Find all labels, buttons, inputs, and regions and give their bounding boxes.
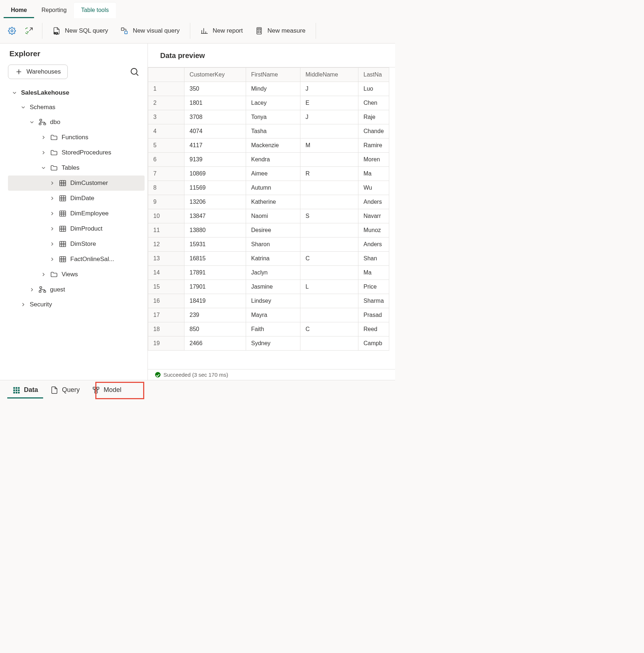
cell[interactable]: Chande (358, 124, 389, 139)
table-row[interactable]: 1618419LindseySharma (148, 294, 389, 308)
cell[interactable]: Raje (358, 110, 389, 124)
ribbon-tab-table-tools[interactable]: Table tools (74, 3, 116, 18)
tree-node-table[interactable]: FactOnlineSal... (8, 252, 145, 267)
cell[interactable]: 15931 (184, 237, 246, 252)
cell[interactable]: Mindy (246, 82, 300, 96)
cell[interactable]: Katrina (246, 252, 300, 266)
cell[interactable] (300, 294, 358, 308)
tree-node-saleslakehouse[interactable]: SalesLakehouse (8, 86, 145, 100)
table-row[interactable]: 913206KatherineAnders (148, 195, 389, 209)
cell[interactable]: Mackenzie (246, 139, 300, 153)
table-row[interactable]: 44074TashaChande (148, 124, 389, 139)
cell[interactable]: J (300, 82, 358, 96)
cell[interactable]: M (300, 139, 358, 153)
cell[interactable]: Lacey (246, 96, 300, 110)
cell[interactable]: C (300, 322, 358, 336)
cell[interactable]: Desiree (246, 223, 300, 237)
cell[interactable]: Campb (358, 336, 389, 351)
table-row[interactable]: 1517901JasmineLPrice (148, 280, 389, 294)
cell[interactable]: Anders (358, 195, 389, 209)
cell[interactable]: 2466 (184, 336, 246, 351)
cell[interactable]: 350 (184, 82, 246, 96)
cell[interactable]: 13880 (184, 223, 246, 237)
table-row[interactable]: 21801LaceyEChen (148, 96, 389, 110)
table-row[interactable]: 17239MayraPrasad (148, 308, 389, 322)
cell[interactable]: Navarr (358, 209, 389, 223)
cell[interactable]: L (300, 280, 358, 294)
cell[interactable]: Jasmine (246, 280, 300, 294)
cell[interactable]: Prasad (358, 308, 389, 322)
cell[interactable] (300, 237, 358, 252)
cell[interactable]: Sharon (246, 237, 300, 252)
view-tab-query[interactable]: Query (45, 383, 85, 398)
cell[interactable]: Tonya (246, 110, 300, 124)
cell[interactable]: Munoz (358, 223, 389, 237)
cell[interactable]: Aimee (246, 167, 300, 181)
cell[interactable]: Wu (358, 181, 389, 195)
table-row[interactable]: 1013847NaomiSNavarr (148, 209, 389, 223)
tree-node-stored-procedures[interactable]: StoredProcedures (8, 145, 145, 160)
cell[interactable]: 16815 (184, 252, 246, 266)
cell[interactable]: 13847 (184, 209, 246, 223)
tree-node-table[interactable]: DimEmployee (8, 206, 145, 221)
table-row[interactable]: 1316815KatrinaCShan (148, 252, 389, 266)
new-visual-query-button[interactable]: New visual query (115, 24, 184, 38)
tree-node-schemas[interactable]: Schemas (8, 100, 145, 115)
cell[interactable]: 17901 (184, 280, 246, 294)
tree-node-table[interactable]: DimCustomer (8, 175, 145, 191)
new-measure-button[interactable]: New measure (250, 24, 311, 38)
cell[interactable]: Ma (358, 266, 389, 280)
tree-node-table[interactable]: DimDate (8, 191, 145, 206)
cell[interactable]: 9139 (184, 153, 246, 167)
cell[interactable]: Lindsey (246, 294, 300, 308)
tree-node-table[interactable]: DimStore (8, 236, 145, 252)
table-row[interactable]: 33708TonyaJRaje (148, 110, 389, 124)
data-grid-wrapper[interactable]: CustomerKeyFirstNameMiddleNameLastNa 135… (148, 67, 395, 369)
tree-node-guest[interactable]: guest (8, 282, 145, 297)
cell[interactable]: Ma (358, 167, 389, 181)
cell[interactable]: R (300, 167, 358, 181)
cell[interactable] (300, 336, 358, 351)
table-row[interactable]: 69139KendraMoren (148, 153, 389, 167)
cell[interactable]: J (300, 110, 358, 124)
cell[interactable]: 3708 (184, 110, 246, 124)
cell[interactable]: Shan (358, 252, 389, 266)
table-row[interactable]: 54117MackenzieMRamire (148, 139, 389, 153)
cell[interactable]: Anders (358, 237, 389, 252)
cell[interactable]: 11569 (184, 181, 246, 195)
ribbon-tab-home[interactable]: Home (4, 3, 34, 18)
cell[interactable]: Moren (358, 153, 389, 167)
cell[interactable]: Faith (246, 322, 300, 336)
cell[interactable]: C (300, 252, 358, 266)
table-row[interactable]: 192466SydneyCampb (148, 336, 389, 351)
cell[interactable]: Jaclyn (246, 266, 300, 280)
cell[interactable] (300, 223, 358, 237)
table-row[interactable]: 1350MindyJLuo (148, 82, 389, 96)
cell[interactable] (300, 308, 358, 322)
tree-node-tables[interactable]: Tables (8, 160, 145, 175)
cell[interactable]: 4074 (184, 124, 246, 139)
view-tab-model[interactable]: Model (87, 383, 126, 398)
cell[interactable]: 239 (184, 308, 246, 322)
cell[interactable]: Luo (358, 82, 389, 96)
cell[interactable]: Mayra (246, 308, 300, 322)
cell[interactable]: Kendra (246, 153, 300, 167)
cell[interactable] (300, 266, 358, 280)
add-warehouses-button[interactable]: Warehouses (8, 65, 68, 79)
cell[interactable]: 18419 (184, 294, 246, 308)
cell[interactable] (300, 195, 358, 209)
column-header[interactable]: LastNa (358, 68, 389, 82)
cell[interactable] (300, 181, 358, 195)
new-report-button[interactable]: New report (195, 24, 248, 38)
tree-node-security[interactable]: Security (8, 297, 145, 312)
tree-node-table[interactable]: DimProduct (8, 221, 145, 236)
cell[interactable]: Price (358, 280, 389, 294)
cell[interactable]: 17891 (184, 266, 246, 280)
column-header[interactable]: FirstName (246, 68, 300, 82)
tree-node-functions[interactable]: Functions (8, 130, 145, 145)
view-tab-data[interactable]: Data (7, 383, 43, 398)
cell[interactable]: Autumn (246, 181, 300, 195)
cell[interactable]: Naomi (246, 209, 300, 223)
table-row[interactable]: 1215931SharonAnders (148, 237, 389, 252)
cell[interactable]: Sydney (246, 336, 300, 351)
